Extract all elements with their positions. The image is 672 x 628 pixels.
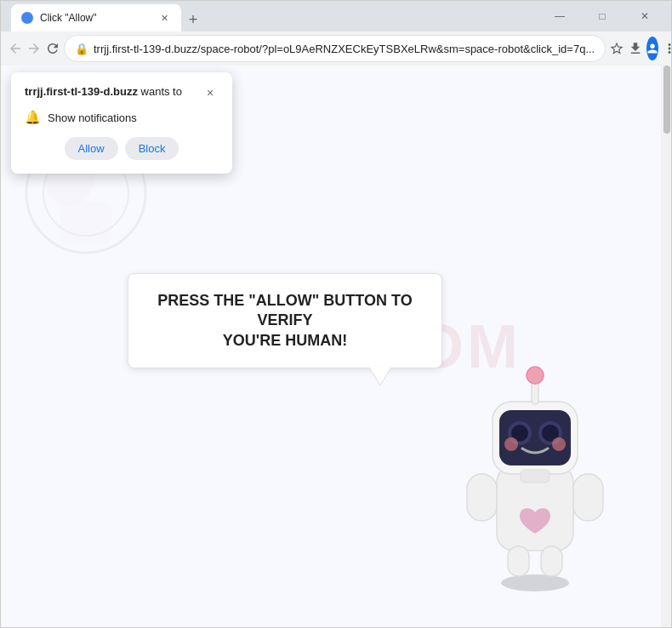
address-bar-input[interactable]: 🔒 trrjj.first-tl-139-d.buzz/space-robot/… [64, 35, 606, 62]
lock-icon: 🔒 [75, 43, 88, 55]
star-icon [609, 41, 624, 56]
speech-bubble: PRESS THE "ALLOW" BUTTON TO VERIFY YOU'R… [128, 273, 442, 368]
block-button[interactable]: Block [125, 137, 179, 160]
scrollbar[interactable] [661, 66, 671, 627]
active-tab[interactable]: Click "Allow" ✕ [11, 4, 181, 31]
svg-rect-10 [541, 546, 562, 576]
reload-icon [45, 41, 60, 56]
browser-window: Click "Allow" ✕ + — □ ✕ 🔒 trrjj.first-tl… [0, 0, 672, 628]
svg-point-20 [552, 437, 566, 451]
bell-icon: 🔔 [25, 110, 41, 125]
window-controls: — □ ✕ [540, 3, 664, 30]
speech-text: PRESS THE "ALLOW" BUTTON TO VERIFY YOU'R… [154, 291, 416, 351]
popup-notification-row: 🔔 Show notifications [25, 110, 219, 125]
address-bar: 🔒 trrjj.first-tl-139-d.buzz/space-robot/… [1, 31, 671, 66]
menu-icon [662, 41, 672, 56]
popup-site-name: trrjj.first-tl-139-d.buzz [25, 85, 138, 98]
svg-point-13 [527, 367, 544, 384]
tab-group: Click "Allow" ✕ + [11, 1, 537, 31]
profile-icon [646, 43, 658, 54]
forward-button[interactable] [26, 35, 42, 62]
tab-title: Click "Allow" [40, 12, 151, 24]
robot-svg [450, 355, 620, 593]
minimize-button[interactable]: — [540, 3, 579, 30]
popup-buttons: Allow Block [25, 137, 219, 160]
maximize-button[interactable]: □ [583, 3, 622, 30]
tab-bar: Click "Allow" ✕ + — □ ✕ [1, 1, 671, 31]
svg-rect-7 [467, 474, 497, 521]
download-icon [628, 41, 643, 56]
forward-icon [26, 41, 42, 56]
close-button[interactable]: ✕ [625, 3, 664, 30]
svg-rect-4 [60, 202, 111, 244]
menu-button[interactable] [662, 35, 672, 62]
svg-point-0 [23, 14, 31, 22]
popup-header: trrjj.first-tl-139-d.buzz wants to × [25, 84, 219, 101]
bookmark-button[interactable] [609, 35, 624, 62]
download-button[interactable] [628, 35, 643, 62]
svg-rect-8 [573, 474, 603, 521]
popup-title: trrjj.first-tl-139-d.buzz wants to [25, 84, 182, 100]
popup-close-button[interactable]: × [202, 84, 219, 101]
scrollbar-thumb[interactable] [663, 66, 670, 134]
svg-point-19 [504, 437, 518, 451]
new-tab-button[interactable]: + [181, 8, 205, 31]
back-icon [8, 41, 23, 56]
profile-button[interactable] [646, 37, 658, 60]
page-content: RISK4.COM PRESS THE "ALLOW" BUTTON TO VE… [1, 66, 671, 627]
svg-rect-9 [508, 546, 529, 576]
reload-button[interactable] [45, 35, 60, 62]
robot-illustration [450, 355, 620, 593]
notification-popup: trrjj.first-tl-139-d.buzz wants to × 🔔 S… [11, 72, 232, 174]
url-display: trrjj.first-tl-139-d.buzz/space-robot/?p… [94, 43, 595, 55]
svg-rect-21 [521, 470, 550, 482]
popup-notification-text: Show notifications [48, 111, 137, 124]
tab-favicon [21, 12, 33, 24]
tab-close-button[interactable]: ✕ [157, 11, 171, 25]
svg-point-5 [501, 574, 569, 591]
allow-button[interactable]: Allow [65, 137, 118, 160]
popup-wants-to: wants to [141, 85, 182, 98]
back-button[interactable] [8, 35, 23, 62]
